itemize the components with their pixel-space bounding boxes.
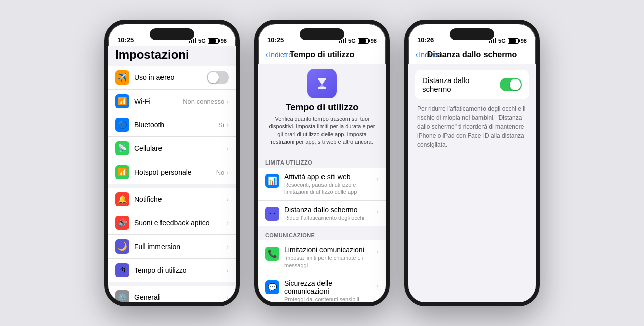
limitazioni-comm-chevron: › bbox=[376, 248, 379, 256]
screen3-content: Distanza dallo schermo Per ridurre l'aff… bbox=[408, 64, 536, 302]
suoni-label: Suoni e feedback aptico bbox=[134, 219, 226, 227]
section-limita-group: 📊 Attività app e siti web Resoconti, pau… bbox=[258, 168, 386, 227]
bluetooth-icon: 🔵 bbox=[115, 118, 129, 132]
sicurezza-comm-text: Sicurezza delle comunicazioni Proteggi d… bbox=[284, 279, 376, 302]
back-chevron-3: ‹ bbox=[415, 50, 418, 59]
settings-item-cellulare[interactable]: 📡 Cellulare › bbox=[108, 137, 236, 160]
phone-3: 10:26 5G 98 ‹ Indietro Dist bbox=[404, 20, 540, 306]
nav-back-2[interactable]: ‹ Indietro bbox=[265, 50, 292, 59]
wifi-chevron: › bbox=[226, 97, 229, 105]
settings-item-uso-aereo[interactable]: ✈️ Uso in aereo bbox=[108, 66, 236, 90]
nav-bar-3: ‹ Indietro Distanza dallo schermo bbox=[408, 46, 536, 64]
generali-chevron: › bbox=[226, 293, 229, 301]
screen2-icon bbox=[307, 69, 337, 98]
notifiche-label: Notifiche bbox=[134, 195, 226, 203]
status-time-2: 10:25 bbox=[267, 36, 284, 44]
limitazioni-comm-subtitle: Imposta limiti per le chiamate e i messa… bbox=[284, 254, 376, 269]
hotspot-icon: 📶 bbox=[115, 165, 129, 179]
settings-item-bluetooth[interactable]: 🔵 Bluetooth Sì › bbox=[108, 113, 236, 137]
phone-2: 10:25 5G 98 ‹ Indietro Temp bbox=[254, 20, 390, 306]
page-title-1: Impostazioni bbox=[115, 48, 189, 61]
status-icons-1: 5G 98 bbox=[189, 38, 227, 44]
full-immersion-icon: 🌙 bbox=[115, 239, 129, 254]
section-header-comunicazione: COMUNICAZIONE bbox=[258, 226, 386, 240]
svg-rect-0 bbox=[318, 78, 326, 80]
nav-back-3[interactable]: ‹ Indietro bbox=[415, 50, 442, 59]
nav-back-label-3: Indietro bbox=[419, 51, 442, 59]
uso-aereo-icon: ✈️ bbox=[115, 70, 129, 85]
network-1: 5G bbox=[198, 38, 206, 44]
cellulare-chevron: › bbox=[226, 144, 229, 152]
settings-item-attivita-app[interactable]: 📊 Attività app e siti web Resoconti, pau… bbox=[258, 168, 386, 201]
settings-item-suoni[interactable]: 🔊 Suoni e feedback aptico › bbox=[108, 211, 236, 235]
screen3-body: Distanza dallo schermo Per ridurre l'aff… bbox=[408, 64, 536, 155]
suoni-icon: 🔊 bbox=[115, 216, 129, 230]
phones-container: 10:25 5G 98 Impostazioni bbox=[104, 20, 540, 306]
tempo-utilizzo-label: Tempo di utilizzo bbox=[134, 266, 226, 274]
network-3: 5G bbox=[498, 38, 506, 44]
back-chevron-2: ‹ bbox=[265, 50, 268, 59]
settings-item-tempo-utilizzo[interactable]: ⏱ Tempo di utilizzo › bbox=[108, 259, 236, 282]
sicurezza-comm-subtitle: Proteggi dai contenuti sensibili bbox=[284, 296, 376, 302]
uso-aereo-label: Uso in aereo bbox=[134, 73, 207, 82]
uso-aereo-toggle[interactable] bbox=[207, 71, 229, 84]
full-immersion-label: Full immersion bbox=[134, 242, 226, 251]
svg-rect-1 bbox=[318, 87, 326, 89]
dynamic-island-3 bbox=[450, 28, 494, 40]
bluetooth-chevron: › bbox=[226, 121, 229, 129]
settings-item-wifi[interactable]: 📶 Wi-Fi Non connesso › bbox=[108, 90, 236, 113]
distanza-schermo-chevron: › bbox=[376, 208, 379, 216]
screen3-description: Per ridurre l'affaticamento degli occhi … bbox=[415, 104, 529, 149]
attivita-app-icon: 📊 bbox=[265, 174, 279, 188]
settings-item-full-immersion[interactable]: 🌙 Full immersion › bbox=[108, 235, 236, 259]
distanza-schermo-label: Distanza dallo schermo bbox=[284, 206, 376, 214]
limitazioni-comm-label: Limitazioni comunicazioni bbox=[284, 246, 376, 254]
settings-group-3: ⚙️ Generali › 🎛 Centro di Controllo › ✦ … bbox=[108, 286, 236, 302]
settings-group-1: ✈️ Uso in aereo 📶 Wi-Fi Non connesso › 🔵… bbox=[108, 66, 236, 184]
suoni-chevron: › bbox=[226, 219, 229, 227]
section-comunicazione-group: 📞 Limitazioni comunicazioni Imposta limi… bbox=[258, 240, 386, 302]
settings-item-hotspot[interactable]: 📶 Hotspot personale No › bbox=[108, 160, 236, 184]
screen1-content: Impostazioni ✈️ Uso in aereo 📶 Wi-Fi Non… bbox=[108, 46, 236, 302]
distanza-schermo-subtitle: Riduci l'affaticamento degli occhi bbox=[284, 214, 376, 221]
settings-group-2: 🔔 Notifiche › 🔊 Suoni e feedback aptico … bbox=[108, 188, 236, 282]
cellulare-label: Cellulare bbox=[134, 144, 226, 152]
battery-icon-2 bbox=[358, 38, 369, 44]
settings-item-notifiche[interactable]: 🔔 Notifiche › bbox=[108, 188, 236, 211]
attivita-app-text: Attività app e siti web Resoconti, pausa… bbox=[284, 173, 376, 196]
screen2-title: Tempo di utilizzo bbox=[286, 102, 359, 113]
page-title-row-1: Impostazioni bbox=[108, 46, 236, 66]
tempo-utilizzo-icon: ⏱ bbox=[115, 263, 129, 277]
attivita-app-chevron: › bbox=[376, 175, 379, 183]
dynamic-island-1 bbox=[150, 28, 194, 40]
limitazioni-comm-text: Limitazioni comunicazioni Imposta limiti… bbox=[284, 246, 376, 269]
settings-item-distanza-schermo[interactable]: 〰 Distanza dallo schermo Riduci l'affati… bbox=[258, 201, 386, 226]
wifi-value: Non connesso bbox=[183, 98, 224, 105]
status-icons-2: 5G 98 bbox=[339, 38, 377, 44]
notifiche-icon: 🔔 bbox=[115, 192, 129, 206]
settings-item-generali[interactable]: ⚙️ Generali › bbox=[108, 286, 236, 302]
network-2: 5G bbox=[348, 38, 356, 44]
sicurezza-comm-icon: 💬 bbox=[265, 280, 279, 294]
battery-icon-3 bbox=[508, 38, 519, 44]
hotspot-chevron: › bbox=[226, 168, 229, 176]
phone-1: 10:25 5G 98 Impostazioni bbox=[104, 20, 240, 306]
battery-fill-2 bbox=[359, 39, 366, 43]
settings-item-limitazioni-comm[interactable]: 📞 Limitazioni comunicazioni Imposta limi… bbox=[258, 240, 386, 274]
nav-back-label-2: Indietro bbox=[269, 51, 292, 59]
screen2-content: Tempo di utilizzo Verifica quanto tempo … bbox=[258, 64, 386, 302]
settings-item-sicurezza-comm[interactable]: 💬 Sicurezza delle comunicazioni Proteggi… bbox=[258, 274, 386, 302]
dynamic-island-2 bbox=[300, 28, 344, 40]
sicurezza-comm-chevron: › bbox=[376, 281, 379, 289]
sicurezza-comm-label: Sicurezza delle comunicazioni bbox=[284, 279, 376, 295]
screen3-toggle[interactable] bbox=[500, 78, 522, 91]
battery-pct-1: 98 bbox=[221, 38, 227, 44]
notifiche-chevron: › bbox=[226, 195, 229, 203]
screen3-toggle-row[interactable]: Distanza dallo schermo bbox=[415, 70, 529, 99]
attivita-app-subtitle: Resoconti, pausa di utilizzo e limitazio… bbox=[284, 181, 376, 196]
limitazioni-comm-icon: 📞 bbox=[265, 247, 279, 261]
full-immersion-chevron: › bbox=[226, 242, 229, 251]
wifi-label: Wi-Fi bbox=[134, 97, 183, 105]
distanza-schermo-icon2: 〰 bbox=[265, 207, 279, 221]
battery-fill-1 bbox=[209, 39, 216, 43]
